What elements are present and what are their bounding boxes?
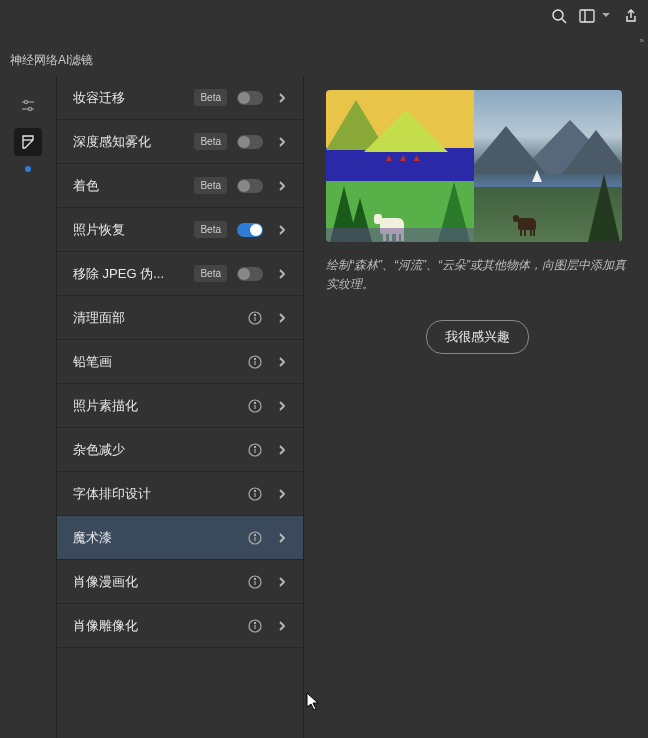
chevron-down-icon[interactable]	[602, 11, 612, 21]
chevron-right-icon	[275, 311, 289, 325]
filter-label: 肖像雕像化	[73, 617, 247, 635]
filter-label: 肖像漫画化	[73, 573, 247, 591]
filter-label: 字体排印设计	[73, 485, 247, 503]
collapse-panel-icon[interactable]: »	[640, 36, 642, 45]
filter-item[interactable]: 铅笔画	[57, 340, 303, 384]
chevron-right-icon	[275, 179, 289, 193]
preview-photo	[474, 90, 622, 242]
beta-badge: Beta	[194, 89, 227, 106]
info-icon[interactable]	[247, 354, 263, 370]
svg-point-32	[254, 622, 255, 623]
chevron-right-icon	[275, 575, 289, 589]
info-icon[interactable]	[247, 574, 263, 590]
beta-badge: Beta	[194, 221, 227, 238]
info-icon[interactable]	[247, 486, 263, 502]
filter-item[interactable]: 杂色减少	[57, 428, 303, 472]
chevron-right-icon	[275, 487, 289, 501]
svg-point-5	[24, 100, 27, 103]
filter-item[interactable]: 肖像漫画化	[57, 560, 303, 604]
panel-title: 神经网络AI滤镜	[10, 52, 93, 69]
svg-rect-2	[580, 10, 594, 22]
main-area: 妆容迁移Beta深度感知雾化Beta着色Beta照片恢复Beta移除 JPEG …	[0, 76, 648, 738]
preview-image: ▲▲▲	[326, 90, 622, 242]
filter-label: 妆容迁移	[73, 89, 194, 107]
detail-pane: ▲▲▲ 绘制“森林”、“河流”、“云朵”或其他物体，向图层中添加真实纹理。 我很…	[304, 76, 648, 738]
interest-button[interactable]: 我很感兴趣	[426, 320, 529, 354]
svg-point-14	[254, 358, 255, 359]
share-icon[interactable]	[622, 7, 640, 25]
beta-badge: Beta	[194, 133, 227, 150]
panel-layout-icon[interactable]	[578, 7, 596, 25]
filter-label: 照片恢复	[73, 221, 194, 239]
indicator-dot	[25, 166, 31, 172]
filter-item[interactable]: 字体排印设计	[57, 472, 303, 516]
filter-label: 清理面部	[73, 309, 247, 327]
info-icon[interactable]	[247, 530, 263, 546]
filter-label: 着色	[73, 177, 194, 195]
chevron-right-icon	[275, 443, 289, 457]
filter-label: 杂色减少	[73, 441, 247, 459]
filter-toggle[interactable]	[237, 135, 263, 149]
sidebar	[0, 76, 56, 738]
filter-item[interactable]: 魔术漆	[57, 516, 303, 560]
filter-label: 铅笔画	[73, 353, 247, 371]
svg-point-17	[254, 402, 255, 403]
filter-label: 深度感知雾化	[73, 133, 194, 151]
filter-toggle[interactable]	[237, 179, 263, 193]
chevron-right-icon	[275, 619, 289, 633]
filter-toggle[interactable]	[237, 223, 263, 237]
filter-item[interactable]: 照片素描化	[57, 384, 303, 428]
chevron-right-icon	[275, 135, 289, 149]
filter-item[interactable]: 清理面部	[57, 296, 303, 340]
chevron-right-icon	[275, 399, 289, 413]
filter-description: 绘制“森林”、“河流”、“云朵”或其他物体，向图层中添加真实纹理。	[326, 256, 628, 294]
svg-point-23	[254, 490, 255, 491]
svg-point-0	[553, 10, 563, 20]
chevron-right-icon	[275, 355, 289, 369]
filter-label: 移除 JPEG 伪...	[73, 265, 194, 283]
svg-point-7	[28, 107, 31, 110]
top-toolbar	[0, 0, 648, 32]
svg-point-11	[254, 314, 255, 315]
filter-list: 妆容迁移Beta深度感知雾化Beta着色Beta照片恢复Beta移除 JPEG …	[56, 76, 304, 738]
filter-item[interactable]: 着色Beta	[57, 164, 303, 208]
sidebar-tab-filters[interactable]	[14, 128, 42, 156]
chevron-right-icon	[275, 223, 289, 237]
svg-point-20	[254, 446, 255, 447]
filter-label: 照片素描化	[73, 397, 247, 415]
info-icon[interactable]	[247, 310, 263, 326]
info-icon[interactable]	[247, 618, 263, 634]
preview-stylized: ▲▲▲	[326, 90, 474, 242]
chevron-right-icon	[275, 531, 289, 545]
filter-item[interactable]: 移除 JPEG 伪...Beta	[57, 252, 303, 296]
filter-item[interactable]: 肖像雕像化	[57, 604, 303, 648]
filter-item[interactable]: 妆容迁移Beta	[57, 76, 303, 120]
filter-toggle[interactable]	[237, 91, 263, 105]
info-icon[interactable]	[247, 398, 263, 414]
beta-badge: Beta	[194, 177, 227, 194]
svg-point-26	[254, 534, 255, 535]
svg-point-29	[254, 578, 255, 579]
info-icon[interactable]	[247, 442, 263, 458]
svg-line-1	[562, 19, 566, 23]
sidebar-tab-adjustments[interactable]	[14, 92, 42, 120]
chevron-right-icon	[275, 267, 289, 281]
filter-toggle[interactable]	[237, 267, 263, 281]
filter-item[interactable]: 照片恢复Beta	[57, 208, 303, 252]
search-icon[interactable]	[550, 7, 568, 25]
filter-label: 魔术漆	[73, 529, 247, 547]
filter-item[interactable]: 深度感知雾化Beta	[57, 120, 303, 164]
chevron-right-icon	[275, 91, 289, 105]
beta-badge: Beta	[194, 265, 227, 282]
